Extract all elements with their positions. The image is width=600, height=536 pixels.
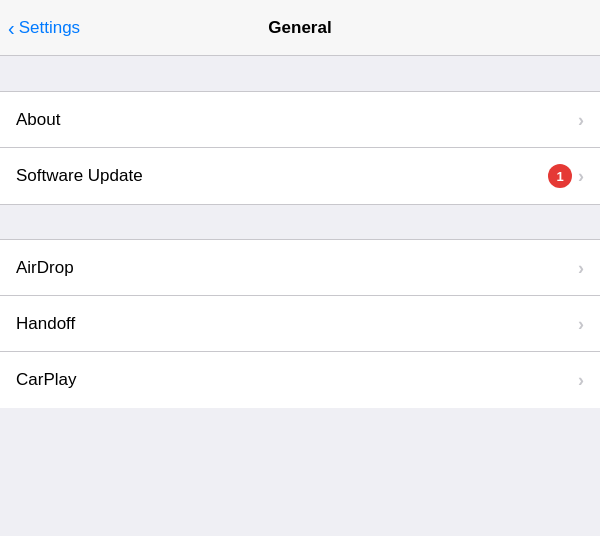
chevron-right-icon: › [578,315,584,333]
about-item[interactable]: About › [0,92,600,148]
airdrop-item[interactable]: AirDrop › [0,240,600,296]
navigation-header: ‹ Settings General [0,0,600,56]
back-button[interactable]: ‹ Settings [8,18,80,38]
update-badge: 1 [548,164,572,188]
chevron-right-icon: › [578,111,584,129]
settings-group-2: AirDrop › Handoff › CarPlay › [0,240,600,408]
carplay-item[interactable]: CarPlay › [0,352,600,408]
chevron-right-icon: › [578,167,584,185]
section-separator-middle [0,204,600,240]
about-label: About [16,110,60,130]
back-label: Settings [19,18,80,38]
settings-group-1: About › Software Update 1 › [0,92,600,204]
chevron-right-icon: › [578,259,584,277]
handoff-item[interactable]: Handoff › [0,296,600,352]
carplay-label: CarPlay [16,370,76,390]
airdrop-label: AirDrop [16,258,74,278]
handoff-label: Handoff [16,314,75,334]
page-title: General [268,18,331,38]
software-update-label: Software Update [16,166,143,186]
chevron-left-icon: ‹ [8,18,15,38]
software-update-item[interactable]: Software Update 1 › [0,148,600,204]
section-separator-top [0,56,600,92]
chevron-right-icon: › [578,371,584,389]
